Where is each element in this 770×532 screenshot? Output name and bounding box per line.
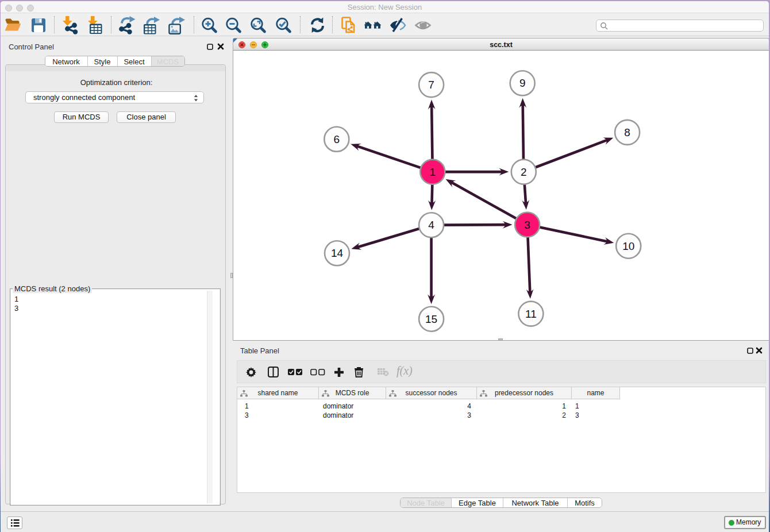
svg-text:9: 9 (519, 77, 526, 89)
svg-text:4: 4 (428, 219, 434, 231)
svg-text:10: 10 (622, 240, 634, 252)
svg-text:1: 1 (430, 166, 436, 178)
svg-text:15: 15 (425, 313, 437, 325)
svg-text:14: 14 (331, 247, 344, 259)
svg-text:6: 6 (334, 133, 340, 145)
svg-text:7: 7 (428, 79, 434, 91)
svg-text:11: 11 (525, 308, 537, 320)
svg-text:2: 2 (521, 166, 527, 178)
svg-text:8: 8 (624, 126, 630, 138)
svg-text:3: 3 (524, 219, 530, 231)
